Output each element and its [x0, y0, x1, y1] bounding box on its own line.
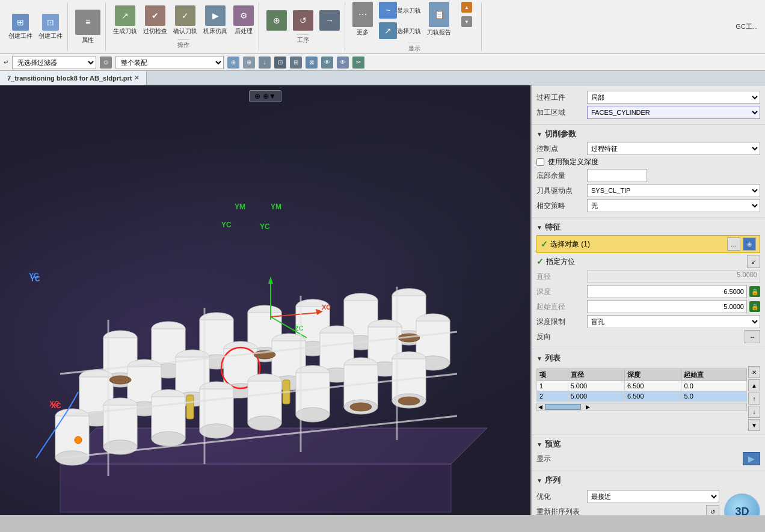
post-label: 后处理 [235, 27, 253, 35]
cutting-params-header[interactable]: ▼ 切削参数 [536, 129, 760, 139]
path-report-btn[interactable]: 📋 刀轨报告 [425, 1, 453, 40]
feature-header[interactable]: ▼ 特征 [536, 222, 760, 233]
svg-marker-1 [60, 464, 451, 512]
list-up2-btn[interactable]: ↑ [748, 393, 760, 405]
process-tool2[interactable]: ↺ [290, 9, 316, 32]
svg-point-72 [109, 376, 131, 384]
reverse-row: 反向 ↔ [536, 330, 760, 343]
list-hscrollbar[interactable]: ◀ ▶ [536, 403, 747, 411]
optimize-select[interactable]: 最接近 [587, 490, 719, 503]
tool-group-process: ⊕ ↺ → 工序 [262, 2, 345, 51]
sequence-header[interactable]: ▼ 序列 [536, 475, 760, 486]
build-tool-btn[interactable]: ⊡ 创建工件 [36, 13, 65, 41]
list-down2-btn[interactable]: ▼ [748, 419, 760, 431]
tb2-icon8[interactable]: 👁 [337, 57, 349, 69]
viewport-nav[interactable]: ⊕ ⊕▼ [249, 90, 281, 102]
set-direction-label: 指定方位 [546, 257, 745, 267]
filter-icon[interactable]: ⊙ [100, 57, 112, 69]
svg-point-56 [152, 432, 185, 446]
predef-depth-checkbox[interactable] [536, 158, 544, 166]
attr-btn[interactable]: ≡ 属性 [73, 8, 103, 46]
assembly-icon[interactable]: ⊕ [227, 57, 239, 69]
confirm-btn[interactable]: ✓ 确认刀轨 [171, 4, 200, 37]
depth-lock-icon[interactable]: 🔒 [749, 286, 760, 297]
main-tab[interactable]: 7_transitioning block8 for AB_sldprt.prt… [0, 71, 147, 85]
3d-icon-label: 3D [735, 506, 749, 516]
reorder-btn[interactable]: ↺ [706, 505, 719, 515]
diameter-row: 直径 5.0000 [536, 270, 760, 283]
hscroll-thumb[interactable] [545, 404, 581, 410]
path-report-label: 刀轨报告 [427, 28, 451, 37]
filter-select[interactable]: 无选择过滤器 [12, 56, 96, 69]
tb2-icon6[interactable]: ⊠ [306, 57, 318, 69]
process-part-section: 过程工件 局部 加工区域 FACES_CYLINDER [532, 85, 765, 125]
list-up-btn[interactable]: ▲ [748, 379, 760, 391]
tb2-icon7[interactable]: 👁 [321, 57, 333, 69]
tab-close-btn[interactable]: ✕ [134, 75, 139, 81]
depth-input[interactable] [587, 285, 747, 298]
start-diameter-label: 起始直径 [536, 302, 585, 312]
select-obj-add-btn[interactable]: ⊕ [743, 237, 756, 251]
start-diameter-lock-icon[interactable]: 🔒 [749, 301, 760, 312]
hscroll-left-arrow[interactable]: ◀ [537, 404, 544, 410]
row1-start: 0.0 [681, 381, 747, 391]
display-sub1[interactable]: ▲ [455, 1, 479, 14]
start-diameter-input[interactable] [587, 300, 747, 313]
simulate-btn[interactable]: ▶ 机床仿真 [201, 4, 230, 37]
sequence-fields: 优化 最接近 重新排序列表 ↺ 反向列表 ⇅ [536, 488, 719, 515]
list-down-btn[interactable]: ↓ [748, 406, 760, 418]
preview-show-btn[interactable]: ▶ [743, 452, 760, 465]
reverse-btn[interactable]: ↔ [745, 330, 760, 343]
list-row-2[interactable]: 2 5.000 6.500 5.0 [537, 391, 747, 402]
generate-path-btn[interactable]: ↗ 生成刀轨 [111, 4, 140, 37]
assembly-select[interactable]: 整个装配 [115, 56, 224, 69]
list-controls: ✕ ▲ ↑ ↓ ▼ [748, 366, 760, 431]
process-tool3[interactable]: → [317, 9, 342, 32]
drive-point-select[interactable]: SYS_CL_TIP [587, 184, 760, 197]
verify-btn[interactable]: ✔ 过切检查 [141, 4, 170, 37]
display-group-label: 显示 [408, 43, 420, 53]
process-part-select[interactable]: 局部 [587, 91, 760, 104]
cutting-params-title: 切削参数 [545, 129, 576, 139]
list-header[interactable]: ▼ 列表 [536, 353, 760, 364]
select-obj-dots-btn[interactable]: … [727, 237, 740, 251]
tb2-icon4[interactable]: ⊡ [274, 57, 286, 69]
create-part-btn[interactable]: ⊞ 创建工件 [6, 13, 35, 41]
show-path-btn[interactable]: ~ 显示刀轨 [376, 1, 423, 20]
intersection-select[interactable]: 无 [587, 199, 760, 212]
depth-limit-row: 深度限制 盲孔 [536, 315, 760, 328]
select-path-btn[interactable]: ↗ 选择刀轨 [376, 21, 423, 40]
list-delete-btn[interactable]: ✕ [748, 366, 760, 378]
display-sub2[interactable]: ▼ [455, 15, 479, 28]
tb2-icon2[interactable]: ⊕ [243, 57, 255, 69]
feature-arrow: ▼ [536, 224, 542, 231]
tb2-icon5[interactable]: ⊞ [290, 57, 302, 69]
sequence-content: 优化 最接近 重新排序列表 ↺ 反向列表 ⇅ [536, 488, 760, 515]
tool-group-operation: ↗ 生成刀轨 ✔ 过切检查 ✓ 确认刀轨 ▶ 机床仿真 ⚙ 后处理 操作 [108, 2, 259, 51]
control-point-select[interactable]: 过程特征 [587, 142, 760, 155]
3d-viewport[interactable]: ⊕ ⊕▼ YM YC YC XC [0, 85, 530, 515]
row2-depth: 6.500 [625, 391, 681, 402]
depth-limit-select[interactable]: 盲孔 [587, 315, 760, 328]
control-point-label: 控制点 [536, 144, 585, 154]
more-btn[interactable]: ⋯ 更多 [350, 1, 375, 40]
post-btn[interactable]: ⚙ 后处理 [231, 4, 256, 37]
control-point-row: 控制点 过程特征 [536, 142, 760, 155]
hscroll-right-arrow[interactable]: ▶ [585, 404, 591, 410]
select-obj-row: ✓ 选择对象 (1) … ⊕ [536, 235, 760, 253]
confirm-icon: ✓ [175, 5, 195, 26]
verify-icon: ✔ [145, 5, 165, 26]
tab-title: 7_transitioning block8 for AB_sldprt.prt [7, 75, 132, 82]
direction-arrow-btn[interactable]: ↙ [747, 255, 760, 268]
bottom-margin-input[interactable]: 0.0000 [587, 169, 647, 182]
process-tool1[interactable]: ⊕ [264, 9, 289, 32]
intersection-row: 相交策略 无 [536, 199, 760, 212]
diameter-label: 直径 [536, 272, 585, 282]
preview-header[interactable]: ▼ 预览 [536, 439, 760, 450]
svg-marker-80 [268, 277, 273, 284]
list-row-1[interactable]: 1 5.000 6.500 0.0 [537, 381, 747, 391]
3d-scene-svg: ZC XC [0, 164, 505, 515]
tb2-icon9[interactable]: ✂ [352, 57, 364, 69]
tb2-icon3[interactable]: ↓ [259, 57, 271, 69]
machining-area-select[interactable]: FACES_CYLINDER [587, 106, 760, 119]
